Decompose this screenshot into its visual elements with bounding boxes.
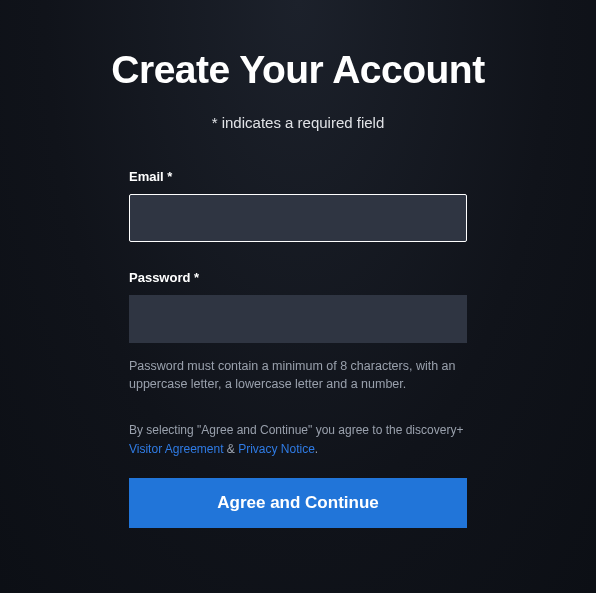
- email-field[interactable]: [129, 194, 467, 242]
- required-field-note: * indicates a required field: [212, 114, 385, 131]
- legal-suffix: .: [315, 442, 318, 456]
- signup-container: Create Your Account * indicates a requir…: [0, 0, 596, 528]
- legal-ampersand: &: [224, 442, 239, 456]
- password-label: Password *: [129, 270, 467, 285]
- page-title: Create Your Account: [111, 48, 484, 92]
- password-hint: Password must contain a minimum of 8 cha…: [129, 357, 467, 393]
- visitor-agreement-link[interactable]: Visitor Agreement: [129, 442, 224, 456]
- signup-form: Email * Password * Password must contain…: [129, 169, 467, 528]
- password-field[interactable]: [129, 295, 467, 343]
- email-group: Email *: [129, 169, 467, 242]
- legal-prefix: By selecting "Agree and Continue" you ag…: [129, 423, 463, 437]
- privacy-notice-link[interactable]: Privacy Notice: [238, 442, 315, 456]
- password-group: Password * Password must contain a minim…: [129, 270, 467, 393]
- email-label: Email *: [129, 169, 467, 184]
- agree-continue-button[interactable]: Agree and Continue: [129, 478, 467, 528]
- legal-text: By selecting "Agree and Continue" you ag…: [129, 421, 467, 459]
